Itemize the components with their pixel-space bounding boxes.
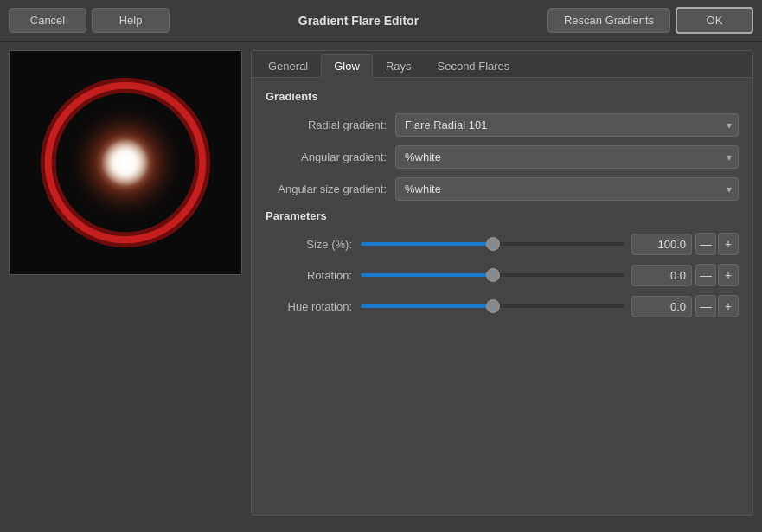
tabs-bar: General Glow Rays Second Flares [252,51,752,78]
angular-size-gradient-label: Angular size gradient: [266,183,395,195]
tab-rays[interactable]: Rays [373,54,425,77]
rotation-decrement-button[interactable]: — [695,264,716,286]
preview-canvas [10,51,241,274]
hue-rotation-steppers: — + [695,295,739,317]
hue-slider-wrapper [361,298,624,315]
parameters-section-header: Parameters [266,209,739,222]
rescan-gradients-button[interactable]: Rescan Gradients [547,8,670,33]
size-label: Size (%): [266,238,361,251]
hue-rotation-slider[interactable] [361,304,624,308]
size-slider-wrapper [361,235,624,253]
hue-increment-button[interactable]: + [718,295,739,317]
gradients-section-header: Gradients [266,90,739,103]
angular-size-gradient-dropdown[interactable]: %white [395,177,739,201]
hue-rotation-row: Hue rotation: — + [266,295,739,317]
editor-title: Gradient Flare Editor [175,14,542,28]
hue-rotation-value-input[interactable] [631,296,692,317]
size-steppers: — + [695,233,739,255]
tab-second-flares[interactable]: Second Flares [425,54,523,77]
radial-gradient-dropdown[interactable]: Flare Radial 101 [395,113,739,137]
size-value-input[interactable] [631,234,692,255]
rotation-row: Rotation: — + [266,264,739,286]
help-button[interactable]: Help [92,8,170,33]
svg-point-4 [101,138,150,187]
radial-gradient-label: Radial gradient: [266,119,395,131]
radial-gradient-dropdown-wrapper: Flare Radial 101 ▾ [395,113,739,137]
hue-rotation-label: Hue rotation: [266,300,361,313]
toolbar: Cancel Help Gradient Flare Editor Rescan… [0,0,762,42]
editor-panel: General Glow Rays Second Flares Gradient… [251,50,753,516]
angular-gradient-row: Angular gradient: %white ▾ [266,145,739,169]
tab-general[interactable]: General [255,54,321,77]
main-area: General Glow Rays Second Flares Gradient… [0,42,762,524]
angular-gradient-dropdown[interactable]: %white [395,145,739,169]
angular-size-gradient-dropdown-wrapper: %white ▾ [395,177,739,201]
cancel-button[interactable]: Cancel [9,8,86,33]
rotation-value-input[interactable] [631,265,692,286]
size-row: Size (%): — + [266,233,739,255]
size-increment-button[interactable]: + [718,233,739,255]
rotation-increment-button[interactable]: + [718,264,739,286]
tab-content-glow: Gradients Radial gradient: Flare Radial … [252,78,752,515]
size-decrement-button[interactable]: — [695,233,716,255]
preview-panel [9,50,242,275]
parameters-section: Parameters Size (%): — + Rotation: [266,209,739,317]
rotation-steppers: — + [695,264,739,286]
ok-button[interactable]: OK [676,7,753,34]
hue-decrement-button[interactable]: — [695,295,716,317]
angular-gradient-dropdown-wrapper: %white ▾ [395,145,739,169]
angular-size-gradient-row: Angular size gradient: %white ▾ [266,177,739,201]
rotation-slider-wrapper [361,266,624,284]
size-slider[interactable] [361,242,624,246]
angular-gradient-label: Angular gradient: [266,151,395,163]
radial-gradient-row: Radial gradient: Flare Radial 101 ▾ [266,113,739,137]
tab-glow[interactable]: Glow [321,54,373,78]
rotation-slider[interactable] [361,273,624,277]
rotation-label: Rotation: [266,269,361,282]
